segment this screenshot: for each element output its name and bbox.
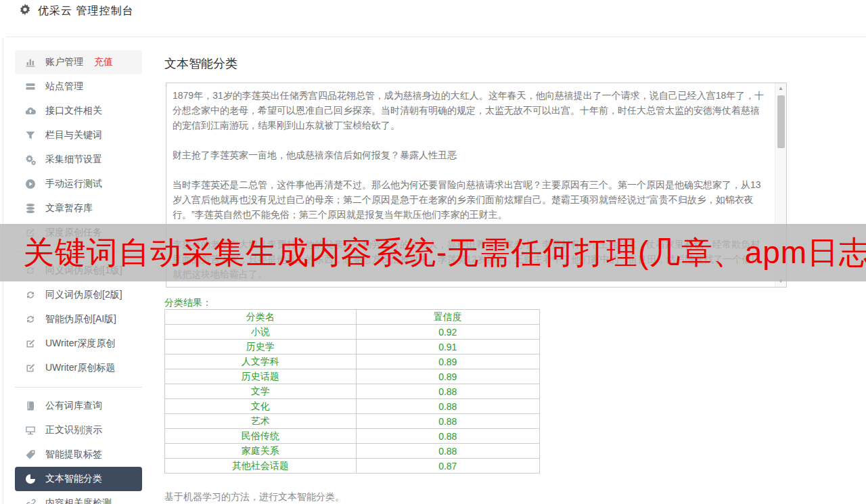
results-label: 分类结果：	[164, 297, 212, 309]
sidebar-item-api-files[interactable]: 接口文件相关	[15, 99, 142, 123]
table-cell: 家庭关系	[165, 444, 357, 459]
table-cell: 0.88	[356, 429, 539, 444]
sidebar-item-label: 公有词库查询	[45, 400, 102, 412]
table-row: 小说0.92	[165, 325, 540, 340]
sidebar-item-label: 接口文件相关	[45, 105, 102, 117]
sidebar-item-synonym-2[interactable]: 同义词伪原创[2版]	[15, 283, 142, 307]
sidebar-item-label: 智能伪原创[AI版]	[45, 313, 116, 325]
sidebar-item-ai-original[interactable]: 智能伪原创[AI版]	[15, 307, 142, 331]
table-cell: 0.88	[356, 399, 539, 414]
top-header: 优采云 管理控制台	[0, 0, 866, 37]
sidebar-item-collect-settings[interactable]: 采集细节设置	[15, 147, 142, 172]
sidebar-item-tag-extract[interactable]: 智能提取标签	[15, 442, 142, 467]
bar-chart-icon	[25, 57, 36, 68]
gears-icon	[25, 154, 36, 165]
sidebar-item-label: 账户管理	[45, 56, 83, 68]
filter-icon	[25, 130, 36, 141]
sidebar-item-label: 采集细节设置	[45, 154, 102, 166]
table-cell: 历史学	[165, 340, 357, 354]
table-cell: 历史话题	[165, 369, 357, 384]
table-row: 民俗传统0.88	[165, 429, 540, 444]
refresh-icon	[25, 314, 36, 325]
table-cell: 0.92	[356, 325, 539, 340]
table-cell: 民俗传统	[165, 429, 357, 444]
sidebar-item-uwriter-title[interactable]: UWriter原创标题	[15, 356, 142, 380]
sidebar-item-label: 栏目与关键词	[45, 129, 102, 141]
sidebar-item-label: 同义词伪原创[2版]	[45, 289, 122, 301]
results-table: 分类名 置信度 小说0.92历史学0.91人文学科0.89历史话题0.89文学0…	[164, 309, 540, 474]
table-cell: 文化	[165, 399, 357, 414]
sidebar-item-label: 手动运行测试	[45, 178, 102, 190]
table-row: 文化0.88	[165, 399, 540, 414]
table-cell: 小说	[165, 325, 357, 340]
sidebar-item-relevance-check[interactable]: 内容相关度检测	[15, 491, 142, 504]
column-header-confidence: 置信度	[356, 310, 539, 325]
pie-chart-icon	[25, 474, 36, 484]
footnote: 基于机器学习的方法，进行文本智能分类。	[164, 491, 344, 503]
sidebar-item-label: 正文识别演示	[45, 424, 102, 436]
table-row: 艺术0.88	[165, 414, 540, 429]
table-cell: 艺术	[165, 414, 357, 429]
recharge-badge[interactable]: 充值	[94, 56, 113, 68]
sidebar-item-text-classify[interactable]: 文本智能分类	[15, 467, 142, 491]
sidebar-item-account[interactable]: 账户管理 充值	[15, 50, 142, 74]
table-row: 家庭关系0.88	[165, 444, 540, 459]
table-cell: 0.89	[356, 369, 539, 384]
table-cell: 0.89	[356, 354, 539, 369]
table-header-row: 分类名 置信度	[165, 310, 540, 325]
scroll-up-arrow-icon[interactable]: ▲	[775, 83, 786, 94]
table-cell: 其他社会话题	[165, 459, 357, 474]
database-icon	[25, 203, 36, 214]
table-row: 人文学科0.89	[165, 354, 540, 369]
sidebar-item-article-store[interactable]: 文章暂存库	[15, 196, 142, 221]
server-icon	[25, 81, 36, 92]
sidebar-item-label: 智能提取标签	[45, 449, 102, 461]
column-header-category: 分类名	[165, 310, 357, 325]
refresh-icon	[25, 290, 36, 300]
edit-icon	[25, 363, 36, 373]
watermark-overlay: 关键词自动采集生成内容系统-无需任何打理(几章、apm日志监	[0, 224, 866, 281]
table-cell: 文学	[165, 384, 357, 399]
sidebar-item-manual-run[interactable]: 手动运行测试	[15, 172, 142, 196]
sidebar-item-public-dict[interactable]: 公有词库查询	[15, 394, 142, 418]
table-cell: 0.87	[356, 459, 539, 474]
table-row: 历史话题0.89	[165, 369, 540, 384]
scrollbar-thumb[interactable]	[777, 95, 785, 148]
sidebar-item-content-recognition[interactable]: 正文识别演示	[15, 418, 142, 442]
sidebar-item-label: 文章暂存库	[45, 202, 93, 214]
table-row: 历史学0.91	[165, 340, 540, 354]
page-title: 文本智能分类	[164, 55, 237, 72]
sidebar-item-label: 文本智能分类	[45, 473, 102, 485]
results-table-body: 小说0.92历史学0.91人文学科0.89历史话题0.89文学0.88文化0.8…	[165, 325, 540, 474]
table-cell: 0.91	[356, 340, 539, 354]
book-icon	[25, 400, 36, 411]
tag-icon	[25, 449, 36, 460]
sidebar-item-label: 站点管理	[45, 81, 83, 93]
watermark-text: 关键词自动采集生成内容系统-无需任何打理(几章、apm日志监	[23, 224, 866, 281]
table-cell: 0.88	[356, 384, 539, 399]
header-divider	[7, 37, 866, 37]
table-cell: 0.88	[356, 414, 539, 429]
table-cell: 人文学科	[165, 354, 357, 369]
table-row: 文学0.88	[165, 384, 540, 399]
cloud-upload-icon	[25, 106, 36, 116]
sidebar-item-label: 内容相关度检测	[45, 497, 112, 504]
gear-icon	[19, 3, 31, 18]
monitor-icon	[25, 425, 36, 436]
sidebar-item-sites[interactable]: 站点管理	[15, 74, 142, 99]
sidebar-item-uwriter-deep[interactable]: UWriter深度原创	[15, 331, 142, 356]
sidebar-divider	[15, 380, 142, 394]
sidebar-item-label: UWriter原创标题	[45, 362, 115, 374]
link-icon	[25, 498, 36, 504]
sidebar-item-columns-keywords[interactable]: 栏目与关键词	[15, 123, 142, 147]
edit-icon	[25, 338, 36, 349]
sidebar-item-label: UWriter深度原创	[45, 338, 115, 350]
play-circle-icon	[25, 179, 36, 189]
app-title: 优采云 管理控制台	[38, 4, 133, 18]
table-cell: 0.88	[356, 444, 539, 459]
table-row: 其他社会话题0.87	[165, 459, 540, 474]
